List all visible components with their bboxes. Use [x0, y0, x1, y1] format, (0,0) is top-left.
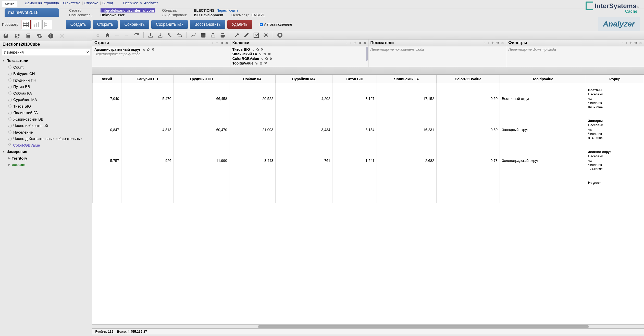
plus-icon[interactable]: ✚ — [216, 41, 218, 45]
calculator-icon[interactable] — [25, 33, 32, 39]
table-cell[interactable]: 5,470 — [121, 83, 174, 114]
table-cell[interactable] — [332, 176, 377, 203]
cube-icon[interactable] — [3, 33, 9, 39]
tree-measure-item[interactable]: Явлинский ГА — [2, 109, 90, 116]
table-header[interactable]: Грудинин ПН — [174, 75, 229, 83]
restore-button[interactable]: Восстановить — [190, 20, 225, 29]
link-exit[interactable]: Выход — [102, 1, 113, 5]
print-icon[interactable] — [220, 32, 226, 38]
view-table-button[interactable] — [21, 20, 31, 29]
breadcrumb-page[interactable]: Analyzer — [144, 1, 158, 5]
zone-col-item[interactable]: Явлинский ГА↘✿✖ — [232, 52, 366, 56]
table-cell[interactable]: Восточный округ — [500, 83, 586, 114]
remove-icon[interactable]: ✖ — [261, 47, 264, 51]
scroll-indicator[interactable] — [366, 47, 368, 61]
switch-link[interactable]: Переключить — [216, 8, 239, 12]
table-cell[interactable]: 3,434 — [276, 114, 332, 145]
tree-measure-item[interactable]: Сурайкин МА — [2, 96, 90, 103]
table-cell[interactable]: 2,682 — [377, 145, 436, 176]
star-icon[interactable] — [263, 32, 269, 38]
breadcrumb-root[interactable]: DeepSee — [123, 1, 138, 5]
tree-measure-item[interactable]: Титов БЮ — [2, 103, 90, 110]
table-cell[interactable]: 761 — [276, 145, 332, 176]
dimension-select[interactable]: Измерения — [2, 49, 90, 55]
create-button[interactable]: Создать — [66, 20, 91, 29]
menu-button[interactable]: Меню — [2, 1, 17, 7]
table-cell[interactable]: 11,990 — [174, 145, 229, 176]
tree-dimension-item[interactable]: ▶custom — [2, 161, 90, 168]
table-cell-popup[interactable]: ВосточнНаселеничел.Число из898973че — [586, 83, 644, 114]
autoexec-label[interactable]: Автовыполнение — [260, 22, 292, 27]
remove-icon[interactable]: ✖ — [151, 47, 154, 51]
tree-dimension-item[interactable]: ▶Territory — [2, 155, 90, 162]
gear-icon[interactable]: ✿ — [634, 41, 637, 45]
table-header[interactable]: Popup — [586, 75, 644, 83]
table-cell[interactable]: Зеленоградский округ — [500, 145, 586, 176]
table-cell[interactable] — [93, 176, 121, 203]
share-icon[interactable] — [210, 32, 216, 38]
open-button[interactable]: Открыть — [93, 20, 118, 29]
close-icon[interactable]: ✖ — [501, 41, 504, 45]
table-cell[interactable]: 8,184 — [332, 114, 377, 145]
gear-icon[interactable]: ✿ — [259, 61, 263, 65]
link-home[interactable]: Домашняя страница — [25, 1, 59, 5]
table-cell-popup[interactable]: ЗападныНаселеничел.Число из814873че — [586, 114, 644, 145]
view-chart-button[interactable] — [32, 20, 41, 29]
tree-measure-item[interactable]: Бабурин СН — [2, 70, 90, 77]
tree-measure-item[interactable]: Путин ВВ — [2, 83, 90, 90]
line-chart-icon[interactable] — [191, 32, 196, 38]
expand-icon[interactable]: ↘ — [261, 57, 264, 61]
collapse-icon[interactable]: « — [95, 32, 101, 38]
table-cell[interactable] — [436, 176, 500, 203]
table-cell[interactable] — [500, 176, 586, 203]
zone-filters[interactable]: Фильтры ↑ ↓ ✚ ✿ ✖ Перетащите фильтр сюда — [506, 40, 644, 67]
table-cell[interactable]: 21,093 — [229, 114, 276, 145]
zone-columns[interactable]: Колонки ↑ ↓ ✚ ✿ ✖ Титов БЮ↘✿✖Явлинский Г… — [230, 40, 368, 67]
zone-col-item[interactable]: TooltipValue↘✿✖ — [232, 61, 366, 65]
up-icon[interactable]: ↑ — [346, 41, 348, 45]
table-cell-popup[interactable]: Не дост — [586, 176, 644, 203]
table-cell[interactable] — [229, 176, 276, 203]
table-cell[interactable]: 0.60 — [436, 114, 500, 145]
swap-icon[interactable] — [177, 32, 182, 38]
expand-icon[interactable]: ↘ — [259, 52, 262, 56]
wrench-icon[interactable] — [234, 32, 240, 38]
table-header[interactable]: ColorRGBValue — [436, 75, 500, 83]
table-cell[interactable]: 0.60 — [436, 83, 500, 114]
plus-icon[interactable]: ✚ — [354, 41, 356, 45]
table-cell[interactable] — [174, 176, 229, 203]
scrollbar-thumb[interactable] — [258, 325, 589, 328]
gear-icon[interactable]: ✿ — [256, 47, 259, 51]
close-icon[interactable]: ✖ — [639, 41, 642, 45]
down-icon[interactable]: ↓ — [488, 41, 490, 45]
tree-measure-item[interactable]: Число действительных избирательных — [2, 135, 90, 142]
remove-icon[interactable]: ✖ — [268, 52, 271, 56]
delete-button[interactable]: Удалить — [227, 20, 252, 29]
tree-measure-item[interactable]: Число избирателей — [2, 122, 90, 129]
zone-measures[interactable]: Показатели ↑ ↓ ✚ ✿ ✖ Перетащите показате… — [368, 40, 506, 67]
remove-icon[interactable]: ✖ — [264, 61, 267, 65]
expand-icon[interactable]: ↘ — [252, 47, 255, 51]
plus-icon[interactable]: ✚ — [629, 41, 632, 45]
table-cell[interactable]: 0.73 — [436, 145, 500, 176]
tree-dimensions-header[interactable]: ▼Измерения — [2, 148, 90, 155]
link-about[interactable]: О системе — [63, 1, 80, 5]
pivot-table-wrap[interactable]: вскийБабурин СНГрудинин ПНСобчак КАСурай… — [92, 75, 644, 324]
tree-measure-item[interactable]: Жириновский ВВ — [2, 116, 90, 123]
link-help[interactable]: Справка — [84, 1, 98, 5]
table-cell[interactable]: Западный округ — [500, 114, 586, 145]
table-cell[interactable] — [276, 176, 332, 203]
table-cell[interactable]: 1,541 — [332, 145, 377, 176]
plus-icon[interactable]: ✚ — [491, 41, 494, 45]
table-header[interactable]: TooltipValue — [500, 75, 586, 83]
table-cell[interactable] — [377, 176, 436, 203]
table-cell[interactable]: 66,458 — [174, 83, 229, 114]
table-header[interactable]: Сурайкин МА — [276, 75, 332, 83]
view-both-button[interactable] — [42, 20, 52, 29]
ruler-icon[interactable] — [244, 32, 249, 38]
horizontal-scrollbar[interactable] — [92, 324, 644, 328]
down-icon[interactable]: ↓ — [350, 41, 352, 45]
table-header[interactable]: Собчак КА — [229, 75, 276, 83]
table-cell[interactable]: 20,522 — [229, 83, 276, 114]
tree-calc-measure[interactable]: ⚗ColorRGBValue — [2, 142, 90, 149]
